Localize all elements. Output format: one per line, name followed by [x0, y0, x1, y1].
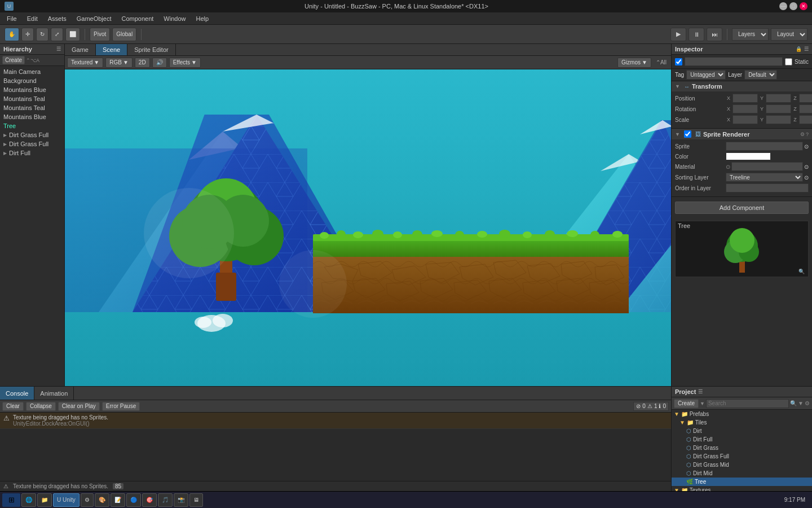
taskbar-app4[interactable]: 🔵 — [126, 493, 141, 507]
material-input[interactable]: Sprites-Default — [731, 162, 803, 171]
project-search-input[interactable] — [706, 399, 789, 408]
tab-game[interactable]: Game — [65, 44, 96, 55]
project-dirt-grass-full[interactable]: ⬡ Dirt Grass Full — [672, 452, 812, 461]
tab-sprite-editor[interactable]: Sprite Editor — [127, 44, 176, 55]
pivot-button[interactable]: Pivot — [90, 28, 110, 41]
scale-x-input[interactable]: 1 — [732, 115, 758, 124]
tab-console[interactable]: Console — [0, 387, 34, 400]
transform-header[interactable]: ▼ ↔ Transform — [672, 81, 812, 91]
project-filter-icon[interactable]: ▼ — [798, 400, 804, 406]
hierarchy-mountains-blue-1[interactable]: Mountains Blue — [0, 85, 64, 94]
order-input[interactable]: 0 — [726, 183, 809, 192]
menu-component[interactable]: Component — [117, 14, 158, 23]
clear-on-play-button[interactable]: Clear on Play — [58, 402, 100, 411]
project-dirt-grass[interactable]: ⬡ Dirt Grass — [672, 444, 812, 452]
menu-help[interactable]: Help — [191, 14, 213, 23]
project-dirt-full[interactable]: ⬡ Dirt Full — [672, 435, 812, 444]
scene-canvas[interactable] — [65, 69, 671, 386]
project-search-icon[interactable]: 🔍 — [790, 400, 797, 406]
sprite-renderer-help-icon[interactable]: ? — [806, 132, 809, 137]
taskbar-explorer[interactable]: 📁 — [37, 493, 52, 507]
tag-dropdown[interactable]: Untagged — [686, 70, 726, 80]
move-tool[interactable]: ✛ — [21, 28, 34, 41]
taskbar-app3[interactable]: 📝 — [111, 493, 125, 507]
sprite-renderer-settings-icon[interactable]: ⚙ — [800, 132, 805, 137]
material-picker-icon[interactable]: ⊙ — [804, 164, 809, 170]
layer-dropdown[interactable]: Default — [744, 70, 777, 80]
taskbar-unity[interactable]: U Unity — [53, 493, 80, 507]
taskbar-ie[interactable]: 🌐 — [21, 493, 36, 507]
layout-dropdown[interactable]: Layout — [771, 28, 807, 41]
static-checkbox[interactable] — [785, 58, 792, 65]
scale-tool[interactable]: ⤢ — [51, 28, 63, 41]
tab-scene[interactable]: Scene — [96, 44, 127, 55]
minimize-button[interactable]: — — [779, 2, 787, 10]
sorting-layer-icon[interactable]: ⊙ — [804, 174, 809, 181]
rect-tool[interactable]: ⬜ — [65, 28, 80, 41]
rot-x-input[interactable]: 0 — [732, 104, 758, 113]
gizmos-dropdown[interactable]: Gizmos ▼ — [617, 58, 651, 68]
start-button[interactable]: ⊞ — [2, 493, 20, 507]
step-button[interactable]: ⏭ — [707, 28, 722, 41]
project-dirt-mid[interactable]: ⬡ Dirt Mid — [672, 469, 812, 478]
effects-dropdown[interactable]: Effects ▼ — [169, 58, 201, 68]
taskbar-app6[interactable]: 🎵 — [158, 493, 173, 507]
global-button[interactable]: Global — [112, 28, 136, 41]
project-menu-icon[interactable]: ☰ — [698, 389, 703, 395]
hand-tool[interactable]: ✋ — [5, 28, 19, 41]
console-msg-1[interactable]: ⚠ Texture being dragged has no Sprites. … — [0, 413, 671, 429]
hierarchy-mountains-blue-2[interactable]: Mountains Blue — [0, 112, 64, 121]
taskbar-app5[interactable]: 🎯 — [142, 493, 157, 507]
project-tiles-folder[interactable]: ▼ 📁 Tiles — [672, 418, 812, 427]
color-swatch[interactable] — [726, 152, 771, 160]
sprite-renderer-enable-checkbox[interactable] — [684, 130, 691, 138]
hierarchy-dirt-grass-full-1[interactable]: ▶Dirt Grass Full — [0, 130, 64, 139]
obj-active-checkbox[interactable] — [675, 58, 682, 65]
hierarchy-dirt-grass-full-2[interactable]: ▶Dirt Grass Full — [0, 139, 64, 148]
project-create-btn[interactable]: Create — [674, 399, 699, 408]
sprite-renderer-header[interactable]: ▼ 🖼 Sprite Renderer ⚙ ? — [672, 129, 812, 139]
close-button[interactable]: ✕ — [800, 2, 807, 10]
rot-z-input[interactable]: 0 — [799, 104, 812, 113]
error-pause-button[interactable]: Error Pause — [102, 402, 140, 411]
2d-toggle[interactable]: 2D — [135, 58, 150, 68]
menu-edit[interactable]: Edit — [23, 14, 42, 23]
taskbar-app1[interactable]: ⚙ — [81, 493, 94, 507]
hierarchy-background[interactable]: Background — [0, 76, 64, 85]
project-dirt[interactable]: ⬡ Dirt — [672, 427, 812, 435]
pos-z-input[interactable]: 0 — [799, 94, 812, 103]
pos-x-input[interactable]: 4.00658 — [732, 94, 758, 103]
pause-button[interactable]: ⏸ — [689, 28, 704, 41]
collapse-button[interactable]: Collapse — [26, 402, 56, 411]
rot-y-input[interactable]: 0 — [766, 104, 791, 113]
sprite-input[interactable]: Tree — [726, 142, 803, 151]
preview-zoom-icon[interactable]: 🔍 — [798, 269, 805, 274]
maximize-button[interactable]: □ — [789, 2, 797, 10]
menu-gameobject[interactable]: GameObject — [72, 14, 116, 23]
obj-name-input[interactable]: Tree — [685, 57, 783, 66]
scale-y-input[interactable]: 1 — [766, 115, 791, 124]
hierarchy-tree[interactable]: Tree — [0, 121, 64, 130]
pos-y-input[interactable]: 1.04904 — [766, 94, 791, 103]
scale-z-input[interactable]: 1 — [799, 115, 812, 124]
project-dirt-grass-mid[interactable]: ⬡ Dirt Grass Mid — [672, 461, 812, 469]
rotate-tool[interactable]: ↻ — [36, 28, 48, 41]
project-textures-folder[interactable]: ▼ 📁 Textures — [672, 486, 812, 491]
hierarchy-dirt-full[interactable]: ▶Dirt Full — [0, 148, 64, 157]
audio-toggle[interactable]: 🔊 — [152, 58, 167, 68]
hierarchy-menu-icon[interactable]: ☰ — [56, 46, 61, 52]
taskbar-app8[interactable]: 🖥 — [189, 493, 203, 507]
sprite-picker-icon[interactable]: ⊙ — [804, 143, 809, 150]
tab-animation[interactable]: Animation — [34, 387, 74, 400]
project-settings-icon[interactable]: ⚙ — [805, 400, 810, 406]
layers-dropdown[interactable]: Layers — [732, 28, 769, 41]
inspector-lock-icon[interactable]: 🔒 — [796, 46, 802, 52]
add-component-button[interactable]: Add Component — [675, 202, 809, 214]
hierarchy-main-camera[interactable]: Main Camera — [0, 67, 64, 76]
console-body[interactable]: ⚠ Texture being dragged has no Sprites. … — [0, 413, 671, 481]
inspector-menu-icon[interactable]: ☰ — [804, 46, 809, 52]
rgb-dropdown[interactable]: RGB ▼ — [105, 58, 133, 68]
project-tree[interactable]: ▼ 📁 Prefabs ▼ 📁 Tiles ⬡ Dirt ⬡ Dirt Full… — [672, 410, 812, 491]
taskbar-app2[interactable]: 🎨 — [95, 493, 109, 507]
clear-button[interactable]: Clear — [2, 402, 24, 411]
